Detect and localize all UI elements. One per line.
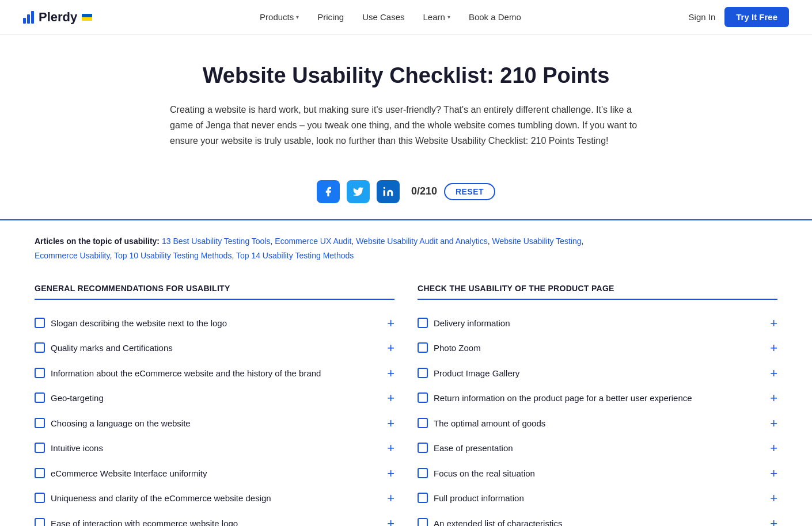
checklist-checkbox[interactable] [418,342,428,353]
expand-icon[interactable]: + [770,442,777,455]
nav-menu: Products ▾ Pricing Use Cases Learn ▾ Boo… [260,12,521,22]
right-checklist-section: CHECK THE USABILITY OF THE PRODUCT PAGE … [418,284,777,526]
checklist-checkbox[interactable] [418,493,428,503]
chevron-down-icon: ▾ [296,14,299,20]
nav-item-learn[interactable]: Learn ▾ [423,12,450,22]
checklist-checkbox[interactable] [418,468,428,478]
checklist-item-left: Choosing a language on the website [35,417,380,430]
nav-item-pricing[interactable]: Pricing [317,12,344,22]
social-bar: 0/210 RESET [0,166,812,219]
article-link-1[interactable]: 13 Best Usability Testing Tools [162,237,271,246]
checklist-item-left: eCommerce Website Interface uniformity [35,467,380,481]
expand-icon[interactable]: + [770,517,777,526]
try-it-free-button[interactable]: Try It Free [724,7,789,27]
nav-item-products[interactable]: Products ▾ [260,12,299,22]
reset-button[interactable]: RESET [444,183,495,200]
checklist-item-left: Delivery information [418,317,763,330]
expand-icon[interactable]: + [387,367,394,380]
nav-link-products[interactable]: Products ▾ [260,12,299,22]
article-link-6[interactable]: Top 10 Usability Testing Methods [114,251,232,260]
expand-icon[interactable]: + [387,317,394,330]
checklist-checkbox[interactable] [418,318,428,328]
expand-icon[interactable]: + [770,317,777,330]
sign-in-link[interactable]: Sign In [689,12,716,22]
article-link-5[interactable]: Ecommerce Usability [35,251,109,260]
expand-icon[interactable]: + [770,417,777,430]
checklist-checkbox[interactable] [35,418,45,428]
svg-point-1 [384,186,385,188]
hero-description: Creating a website is hard work, but mak… [170,102,642,149]
expand-icon[interactable]: + [770,342,777,355]
chevron-down-icon: ▾ [447,14,450,20]
checklist-item-left: Intuitive icons [35,442,380,455]
left-section-title: GENERAL RECOMMENDATIONS FOR USABILITY [35,284,394,300]
checklist-checkbox[interactable] [35,468,45,478]
list-item: Photo Zoom + [418,336,777,361]
logo[interactable]: Plerdy [23,10,92,25]
nav-item-use-cases[interactable]: Use Cases [362,12,404,22]
expand-icon[interactable]: + [770,492,777,505]
checklist-item-left: Ease of interaction with ecommerce websi… [35,517,380,526]
list-item: eCommerce Website Interface uniformity + [35,462,394,487]
checklist-item-left: Quality marks and Certifications [35,342,380,355]
expand-icon[interactable]: + [387,442,394,455]
checklist-item-left: Product Image Gallery [418,367,763,380]
list-item: Choosing a language on the website + [35,411,394,437]
checklist-label: An extended list of characteristics [434,517,562,526]
checklist-checkbox[interactable] [418,443,428,453]
checklist-checkbox[interactable] [35,392,45,403]
nav-link-pricing[interactable]: Pricing [317,12,344,22]
checklist-item-left: Ease of presentation [418,442,763,455]
checklist-checkbox[interactable] [418,368,428,378]
checklist-checkbox[interactable] [418,418,428,428]
checklist-item-left: Slogan describing the website next to th… [35,317,380,330]
checklist-checkbox[interactable] [35,368,45,378]
checklist-checkbox[interactable] [35,318,45,328]
checklist-checkbox[interactable] [35,443,45,453]
nav-link-use-cases[interactable]: Use Cases [362,12,404,22]
svg-rect-0 [384,190,385,196]
logo-icon [23,11,34,24]
nav-link-learn[interactable]: Learn ▾ [423,12,450,22]
checklist-checkbox[interactable] [35,493,45,503]
checklist-checkbox[interactable] [418,392,428,403]
nav-actions: Sign In Try It Free [689,7,789,27]
expand-icon[interactable]: + [387,467,394,480]
article-link-3[interactable]: Website Usability Audit and Analytics [356,237,488,246]
linkedin-icon[interactable] [377,180,400,203]
list-item: Full product information + [418,486,777,512]
expand-icon[interactable]: + [770,367,777,380]
twitter-icon[interactable] [347,180,370,203]
article-link-4[interactable]: Website Usability Testing [492,237,581,246]
list-item: The optimal amount of goods + [418,411,777,437]
facebook-icon[interactable] [317,180,340,203]
checklist-label: Ease of presentation [434,442,513,455]
checklist-label: Geo-targeting [51,392,104,405]
list-item: Uniqueness and clarity of the eCommerce … [35,486,394,512]
checklist-item-left: Uniqueness and clarity of the eCommerce … [35,492,380,505]
expand-icon[interactable]: + [387,417,394,430]
checklist-checkbox[interactable] [35,342,45,353]
expand-icon[interactable]: + [770,467,777,480]
checklist-item-left: Focus on the real situation [418,467,763,481]
ukraine-flag-icon [82,14,92,21]
expand-icon[interactable]: + [387,492,394,505]
nav-item-book-demo[interactable]: Book a Demo [469,12,521,22]
checklist-container: GENERAL RECOMMENDATIONS FOR USABILITY Sl… [0,272,812,526]
list-item: Return information on the product page f… [418,386,777,411]
checklist-item-left: The optimal amount of goods [418,417,763,430]
logo-text: Plerdy [39,10,77,25]
checklist-checkbox[interactable] [418,518,428,526]
list-item: Slogan describing the website next to th… [35,311,394,337]
article-link-7[interactable]: Top 14 Usability Testing Methods [236,251,354,260]
checklist-label: Photo Zoom [434,342,481,355]
article-link-2[interactable]: Ecommerce UX Audit [275,237,351,246]
checklist-checkbox[interactable] [35,518,45,526]
list-item: Intuitive icons + [35,436,394,462]
expand-icon[interactable]: + [387,342,394,355]
checklist-label: Slogan describing the website next to th… [51,317,227,330]
expand-icon[interactable]: + [387,517,394,526]
expand-icon[interactable]: + [770,392,777,405]
nav-link-book-demo[interactable]: Book a Demo [469,12,521,22]
expand-icon[interactable]: + [387,392,394,405]
